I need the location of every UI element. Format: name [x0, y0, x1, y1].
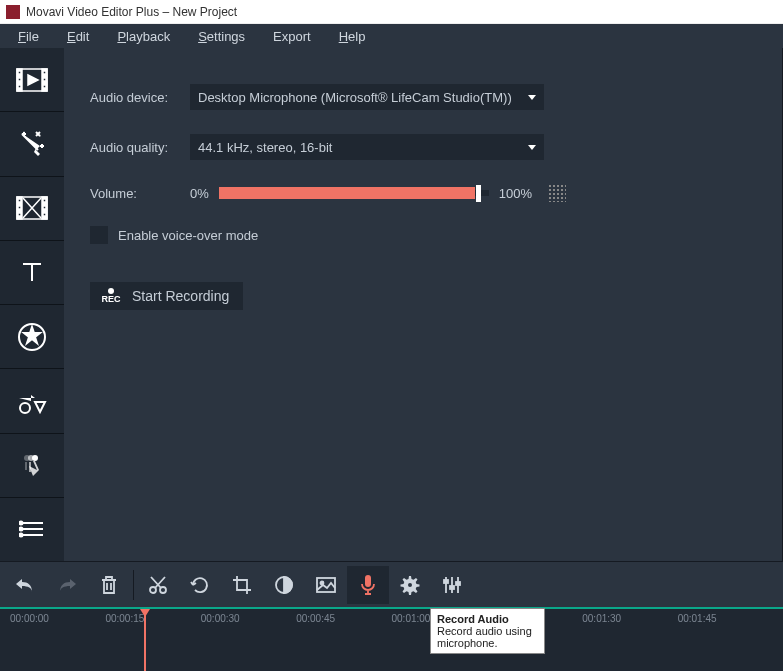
rec-icon: REC [98, 288, 124, 304]
dropdown-icon [528, 145, 536, 150]
menu-help[interactable]: Help [325, 29, 380, 44]
audio-device-select[interactable]: Desktop Microphone (Microsoft® LifeCam S… [190, 84, 544, 110]
sidebar-animation-icon[interactable] [0, 434, 64, 497]
svg-rect-3 [18, 71, 21, 74]
volume-slider[interactable] [219, 190, 489, 196]
window-title: Movavi Video Editor Plus – New Project [26, 5, 237, 19]
sidebar-more-icon[interactable] [0, 498, 64, 561]
audio-quality-select[interactable]: 44.1 kHz, stereo, 16-bit [190, 134, 544, 160]
menu-export[interactable]: Export [259, 29, 325, 44]
redo-button[interactable] [46, 566, 88, 604]
svg-rect-17 [43, 199, 46, 202]
voice-over-label: Enable voice-over mode [118, 228, 258, 243]
svg-rect-6 [43, 71, 46, 74]
app-icon [6, 5, 20, 19]
voice-over-checkbox[interactable] [90, 226, 108, 244]
svg-rect-18 [43, 206, 46, 209]
menu-edit[interactable]: Edit [53, 29, 103, 44]
volume-grid-icon[interactable] [548, 184, 566, 202]
delete-button[interactable] [88, 566, 130, 604]
audio-device-label: Audio device: [90, 90, 190, 105]
svg-rect-7 [43, 78, 46, 81]
svg-rect-41 [456, 582, 460, 585]
menu-settings[interactable]: Settings [184, 29, 259, 44]
image-button[interactable] [305, 566, 347, 604]
svg-rect-4 [18, 78, 21, 81]
rotate-button[interactable] [179, 566, 221, 604]
timeline-ruler: 00:00:00 00:00:15 00:00:30 00:00:45 00:0… [0, 609, 783, 624]
start-recording-button[interactable]: REC Start Recording [90, 282, 243, 310]
svg-point-10 [40, 135, 41, 136]
menu-file[interactable]: File [4, 29, 53, 44]
cut-button[interactable] [137, 566, 179, 604]
svg-point-31 [20, 528, 23, 531]
crop-button[interactable] [221, 566, 263, 604]
svg-rect-14 [18, 199, 21, 202]
svg-rect-40 [450, 586, 454, 589]
svg-point-32 [20, 534, 23, 537]
sidebar-titles-icon[interactable] [0, 241, 64, 304]
timeline[interactable]: 00:00:00 00:00:15 00:00:30 00:00:45 00:0… [0, 607, 783, 671]
svg-rect-38 [365, 575, 371, 587]
svg-rect-15 [18, 206, 21, 209]
sidebar-stickers-icon[interactable] [0, 305, 64, 368]
volume-max: 100% [499, 186, 532, 201]
left-sidebar [0, 48, 64, 561]
svg-rect-25 [25, 462, 27, 470]
record-audio-tooltip: Record Audio Record audio using micropho… [430, 608, 545, 654]
volume-label: Volume: [90, 186, 190, 201]
sidebar-transitions-icon[interactable] [0, 177, 64, 240]
dropdown-icon [528, 95, 536, 100]
svg-rect-16 [18, 213, 21, 216]
record-audio-button[interactable] [347, 566, 389, 604]
menubar: File Edit Playback Settings Export Help [0, 24, 783, 48]
equalizer-button[interactable] [431, 566, 473, 604]
undo-button[interactable] [4, 566, 46, 604]
svg-rect-8 [43, 85, 46, 88]
playhead[interactable] [144, 609, 146, 671]
svg-point-21 [20, 403, 30, 413]
svg-point-9 [24, 131, 25, 132]
svg-rect-26 [29, 462, 31, 472]
sidebar-media-icon[interactable] [0, 48, 64, 111]
svg-rect-19 [43, 213, 46, 216]
sidebar-callouts-icon[interactable] [0, 369, 64, 432]
timeline-toolbar [0, 561, 783, 607]
audio-quality-label: Audio quality: [90, 140, 190, 155]
settings-button[interactable] [389, 566, 431, 604]
color-button[interactable] [263, 566, 305, 604]
svg-point-24 [32, 455, 38, 461]
sidebar-filters-icon[interactable] [0, 112, 64, 175]
titlebar: Movavi Video Editor Plus – New Project [0, 0, 783, 24]
svg-rect-5 [18, 85, 21, 88]
volume-min: 0% [190, 186, 209, 201]
svg-rect-39 [444, 580, 448, 583]
audio-recording-panel: Audio device: Desktop Microphone (Micros… [64, 48, 783, 561]
menu-playback[interactable]: Playback [103, 29, 184, 44]
svg-point-30 [20, 522, 23, 525]
